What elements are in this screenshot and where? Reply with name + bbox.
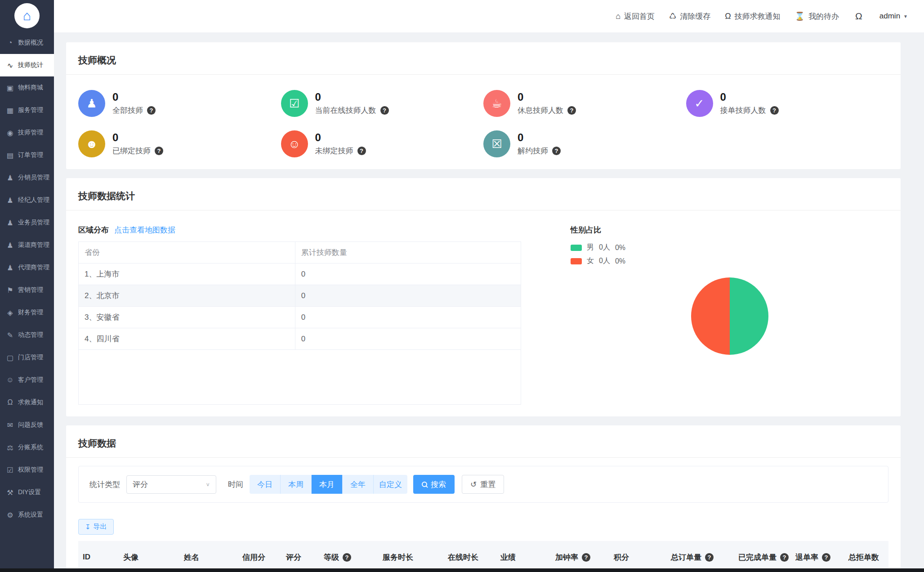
region-distribution-block: 区域分布 点击查看地图数据 省份累计技师数量1、上海市02、北京市03、安徽省0… [78, 225, 521, 405]
tech-data-stats-card: 技师数据统计 区域分布 点击查看地图数据 省份累计技师数量1、上海市02、北京市… [66, 178, 901, 416]
table-row[interactable]: 1、上海市0 [79, 264, 521, 285]
sidebar-item-22[interactable]: ⚙系统设置 [0, 504, 54, 526]
sidebar-item-7[interactable]: ♟分销员管理 [0, 166, 54, 189]
stat-value: 0 [112, 132, 163, 143]
stat-value: 0 [720, 91, 779, 103]
count-cell: 0 [295, 270, 521, 279]
sidebar-item-18[interactable]: ✉问题反馈 [0, 414, 54, 436]
download-icon: ↧ [85, 523, 91, 531]
compass-icon: ✎ [6, 331, 14, 340]
bottom-strip [0, 568, 924, 572]
stat-info: 0未绑定技师? [315, 132, 366, 156]
sidebar-item-4[interactable]: ▦服务管理 [0, 99, 54, 121]
help-icon[interactable]: ? [357, 147, 366, 155]
notification-bell-icon[interactable]: Ω [855, 11, 862, 22]
topbar-item-4[interactable]: ⌛我的待办 [795, 11, 839, 22]
home-logo-icon: ⌂ [23, 9, 31, 22]
sidebar-item-19[interactable]: ⚖分账系统 [0, 436, 54, 459]
topbar-item-2[interactable]: ♺清除缓存 [669, 11, 710, 22]
time-option-1[interactable]: 今日 [250, 475, 281, 494]
sidebar-item-16[interactable]: ☺客户管理 [0, 369, 54, 391]
unbound-person-icon: ☺ [281, 130, 308, 157]
table-row[interactable]: 4、四川省0 [79, 328, 521, 350]
sidebar-item-3[interactable]: ▣物料商城 [0, 76, 54, 99]
stat-type-select[interactable]: 评分 ∨ [126, 475, 216, 494]
sidebar-item-label: 系统设置 [18, 511, 43, 519]
time-option-3[interactable]: 本月 [312, 475, 343, 494]
finance-icon: ◈ [6, 308, 14, 317]
reset-button[interactable]: ↺ 重置 [462, 475, 504, 494]
stat-label: 未绑定技师? [315, 146, 366, 156]
legend-percent: 0% [615, 257, 625, 265]
sidebar-item-label: 技师管理 [18, 129, 43, 137]
help-icon[interactable]: ? [380, 106, 389, 115]
sidebar-item-8[interactable]: ♟经纪人管理 [0, 189, 54, 211]
online-monitor-icon: ☑ [281, 90, 308, 117]
help-icon[interactable]: ? [343, 553, 351, 562]
column-header-label: 头像 [123, 552, 138, 563]
sidebar-item-9[interactable]: ♟业务员管理 [0, 211, 54, 234]
logo[interactable]: ⌂ [0, 0, 54, 31]
sidebar-item-label: 订单管理 [18, 151, 43, 159]
sidebar-item-15[interactable]: ▢门店管理 [0, 346, 54, 369]
help-icon[interactable]: ? [582, 553, 590, 562]
sidebar-item-label: 权限管理 [18, 466, 43, 474]
table-row[interactable]: 2、北京市0 [79, 285, 521, 307]
sidebar-item-6[interactable]: ▤订单管理 [0, 144, 54, 166]
order-icon: ▤ [6, 151, 14, 160]
todo-icon: ⌛ [795, 11, 805, 21]
help-icon[interactable]: ? [147, 106, 156, 115]
sidebar-item-10[interactable]: ♟渠道商管理 [0, 234, 54, 256]
legend-item[interactable]: 男0人0% [571, 243, 888, 252]
sidebar-item-label: 数据概况 [18, 39, 43, 47]
logo-circle[interactable]: ⌂ [14, 3, 40, 28]
sidebar-item-1[interactable]: ◔数据概况 [0, 31, 54, 54]
sidebar-item-2[interactable]: ∿技师统计 [0, 54, 54, 76]
legend-item[interactable]: 女0人0% [571, 256, 888, 266]
legend-label: 男 [587, 243, 594, 252]
column-header-label: 加钟率 [555, 552, 578, 563]
sidebar-item-21[interactable]: ⚒DIY设置 [0, 481, 54, 504]
users-icon: ♟ [78, 90, 105, 117]
overview-title: 技师概况 [78, 54, 888, 67]
legend-label: 女 [587, 256, 594, 266]
help-icon[interactable]: ? [705, 553, 714, 562]
time-option-4[interactable]: 全年 [343, 475, 374, 494]
people-icon: ♟ [6, 219, 14, 227]
help-icon[interactable]: ? [552, 147, 561, 155]
topbar-item-1[interactable]: ⌂返回首页 [616, 11, 655, 22]
time-option-2[interactable]: 本周 [281, 475, 312, 494]
sidebar-item-14[interactable]: ✎动态管理 [0, 324, 54, 346]
chevron-down-icon: ∨ [205, 482, 210, 487]
content: 技师概况 ♟0全部技师?☑0当前在线技师人数?☕0休息技师人数?✓0接单技师人数… [54, 32, 924, 572]
stat-item: ☑0当前在线技师人数? [281, 90, 484, 117]
help-icon[interactable]: ? [780, 553, 789, 562]
topbar-item-3[interactable]: Ω技师求救通知 [725, 11, 780, 22]
order-doc-icon: ✓ [686, 90, 713, 117]
table-row[interactable]: 3、安徽省0 [79, 307, 521, 328]
sidebar-item-12[interactable]: ⚑营销管理 [0, 279, 54, 301]
stat-type-label: 统计类型 [89, 479, 120, 490]
time-option-5[interactable]: 自定义 [374, 475, 407, 494]
user-menu[interactable]: admin ▼ [879, 12, 908, 21]
column-header-10: 加钟率? [551, 552, 609, 563]
help-icon[interactable]: ? [567, 106, 576, 115]
store-icon: ▢ [6, 353, 14, 362]
export-button[interactable]: ↧ 导出 [78, 519, 114, 535]
sidebar-item-5[interactable]: ◉技师管理 [0, 121, 54, 144]
help-icon[interactable]: ? [822, 553, 830, 562]
sidebar-item-20[interactable]: ☑权限管理 [0, 459, 54, 481]
search-button[interactable]: 搜索 [413, 475, 455, 494]
sidebar-item-17[interactable]: Ω求救通知 [0, 391, 54, 414]
search-icon [422, 482, 427, 487]
stat-value: 0 [112, 91, 156, 103]
legend-count: 0人 [599, 243, 610, 252]
help-icon[interactable]: ? [155, 147, 163, 155]
sidebar-item-13[interactable]: ◈财务管理 [0, 301, 54, 324]
view-map-link[interactable]: 点击查看地图数据 [114, 225, 175, 235]
column-header-label: 服务时长 [383, 552, 413, 563]
stat-label: 当前在线技师人数? [315, 105, 389, 116]
gear-icon: ⚙ [6, 511, 14, 519]
help-icon[interactable]: ? [770, 106, 779, 115]
sidebar-item-11[interactable]: ♟代理商管理 [0, 256, 54, 279]
